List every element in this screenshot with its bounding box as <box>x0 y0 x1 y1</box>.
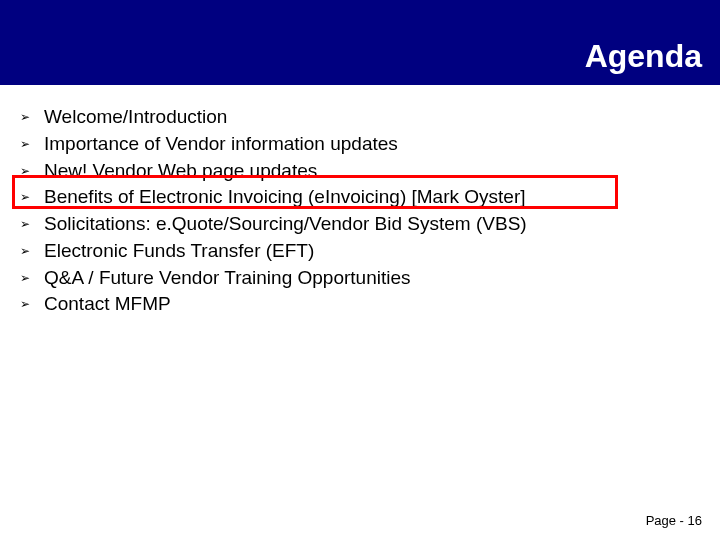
slide-title: Agenda <box>585 38 702 75</box>
bullet-icon: ➢ <box>20 190 34 204</box>
bullet-icon: ➢ <box>20 271 34 285</box>
list-item: ➢ Welcome/Introduction <box>20 105 700 129</box>
item-text: Electronic Funds Transfer (EFT) <box>44 239 314 263</box>
bullet-icon: ➢ <box>20 137 34 151</box>
item-text: Solicitations: e.Quote/Sourcing/Vendor B… <box>44 212 527 236</box>
list-item: ➢ Importance of Vendor information updat… <box>20 132 700 156</box>
bullet-icon: ➢ <box>20 217 34 231</box>
item-text: Q&A / Future Vendor Training Opportuniti… <box>44 266 410 290</box>
bullet-icon: ➢ <box>20 244 34 258</box>
item-text: Contact MFMP <box>44 292 171 316</box>
bullet-icon: ➢ <box>20 110 34 124</box>
list-item: ➢ Contact MFMP <box>20 292 700 316</box>
item-text: Welcome/Introduction <box>44 105 227 129</box>
page-number: Page - 16 <box>646 513 702 528</box>
list-item: ➢ New! Vendor Web page updates <box>20 159 700 183</box>
item-text: Benefits of Electronic Invoicing (eInvoi… <box>44 185 526 209</box>
bullet-icon: ➢ <box>20 297 34 311</box>
bullet-icon: ➢ <box>20 164 34 178</box>
title-bar: Agenda <box>0 0 720 85</box>
list-item: ➢ Electronic Funds Transfer (EFT) <box>20 239 700 263</box>
item-text: New! Vendor Web page updates <box>44 159 317 183</box>
agenda-list: ➢ Welcome/Introduction ➢ Importance of V… <box>20 105 700 319</box>
list-item: ➢ Solicitations: e.Quote/Sourcing/Vendor… <box>20 212 700 236</box>
slide: Agenda ➢ Welcome/Introduction ➢ Importan… <box>0 0 720 540</box>
list-item: ➢ Benefits of Electronic Invoicing (eInv… <box>20 185 700 209</box>
item-text: Importance of Vendor information updates <box>44 132 398 156</box>
list-item: ➢ Q&A / Future Vendor Training Opportuni… <box>20 266 700 290</box>
